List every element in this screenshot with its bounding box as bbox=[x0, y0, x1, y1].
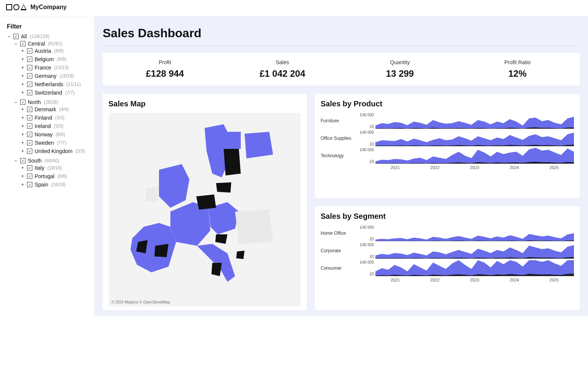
kpi-value: 13 299 bbox=[341, 68, 459, 79]
xaxis-tick: 2025 bbox=[534, 165, 574, 170]
filter-node-italy[interactable]: +✓Italy(18/18) bbox=[21, 165, 89, 171]
filter-count: (6/6) bbox=[54, 48, 64, 54]
collapse-icon[interactable]: – bbox=[7, 34, 11, 39]
checkbox[interactable]: ✓ bbox=[27, 123, 32, 129]
filter-node-north[interactable]: –✓North(26/26) bbox=[14, 99, 89, 105]
page-title: Sales Dashboard bbox=[103, 26, 580, 40]
xaxis-tick: 2021 bbox=[375, 165, 415, 170]
filter-node-portugal[interactable]: +✓Portugal(6/6) bbox=[21, 173, 89, 179]
kpi-quantity: Quantity13 299 bbox=[341, 59, 459, 79]
expand-icon[interactable]: + bbox=[21, 174, 25, 179]
checkbox[interactable]: ✓ bbox=[20, 100, 25, 105]
sales-map-card: Sales Map bbox=[102, 93, 307, 311]
ytick-top: £40 000 bbox=[356, 130, 374, 134]
expand-icon[interactable]: + bbox=[21, 182, 25, 187]
checkbox[interactable]: ✓ bbox=[27, 132, 32, 137]
expand-icon[interactable]: + bbox=[21, 82, 25, 87]
filter-node-germany[interactable]: +✓Germany(16/16) bbox=[21, 73, 89, 79]
filter-node-spain[interactable]: +✓Spain(16/16) bbox=[21, 182, 89, 188]
filter-node-austria[interactable]: +✓Austria(6/6) bbox=[21, 48, 89, 54]
checkbox[interactable]: ✓ bbox=[27, 107, 32, 112]
ytick-top: £40 000 bbox=[356, 148, 374, 152]
checkbox[interactable]: ✓ bbox=[27, 174, 32, 179]
collapse-icon[interactable]: – bbox=[14, 100, 18, 105]
expand-icon[interactable]: + bbox=[21, 65, 25, 70]
chart-row-home-office: Home Office£40 000£0 bbox=[321, 225, 574, 241]
checkbox[interactable]: ✓ bbox=[27, 140, 32, 145]
europe-map[interactable]: © 2024 Mapbox © OpenStreetMap bbox=[108, 113, 301, 307]
filter-count: (62/62) bbox=[48, 41, 62, 46]
filter-node-france[interactable]: +✓France(13/13) bbox=[21, 65, 89, 71]
filter-count: (9/9) bbox=[57, 57, 67, 62]
ytick-bot: £0 bbox=[356, 272, 374, 276]
sparkline[interactable] bbox=[375, 113, 574, 129]
expand-icon[interactable]: + bbox=[21, 149, 25, 154]
kpi-value: £128 944 bbox=[106, 68, 224, 79]
checkbox[interactable]: ✓ bbox=[27, 65, 32, 70]
filter-tree[interactable]: –✓All(128/128)–✓Central(62/62)+✓Austria(… bbox=[7, 32, 89, 191]
xaxis-tick: 2022 bbox=[415, 165, 455, 170]
filter-label: Netherlands bbox=[35, 81, 64, 87]
checkbox[interactable]: ✓ bbox=[27, 57, 32, 62]
sparkline[interactable] bbox=[375, 225, 574, 241]
sparkline[interactable] bbox=[375, 260, 574, 276]
checkbox[interactable]: ✓ bbox=[27, 149, 32, 154]
filter-node-denmark[interactable]: +✓Denmark(4/4) bbox=[21, 106, 89, 112]
filter-node-belgium[interactable]: +✓Belgium(9/9) bbox=[21, 56, 89, 62]
checkbox[interactable]: ✓ bbox=[27, 182, 32, 187]
filter-count: (13/13) bbox=[54, 65, 69, 70]
expand-icon[interactable]: + bbox=[21, 107, 25, 112]
expand-icon[interactable]: + bbox=[21, 140, 25, 145]
sparkline[interactable] bbox=[375, 243, 574, 259]
sparkline[interactable] bbox=[375, 148, 574, 164]
kpi-value: £1 042 204 bbox=[224, 68, 341, 79]
expand-icon[interactable]: + bbox=[21, 73, 25, 79]
checkbox[interactable]: ✓ bbox=[27, 115, 32, 120]
kpi-row: Profit£128 944Sales£1 042 204Quantity13 … bbox=[102, 52, 580, 86]
expand-icon[interactable]: + bbox=[21, 90, 25, 95]
checkbox[interactable]: ✓ bbox=[13, 34, 19, 39]
checkbox[interactable]: ✓ bbox=[27, 90, 32, 95]
filter-node-united-kingdom[interactable]: +✓United Kingdom(3/3) bbox=[21, 148, 89, 154]
filter-count: (11/11) bbox=[67, 82, 81, 87]
map-attribution: © 2024 Mapbox © OpenStreetMap bbox=[111, 300, 170, 304]
filter-count: (128/128) bbox=[30, 34, 49, 39]
checkbox[interactable]: ✓ bbox=[27, 73, 32, 79]
filter-count: (18/18) bbox=[48, 165, 62, 171]
checkbox[interactable]: ✓ bbox=[27, 82, 32, 87]
expand-icon[interactable]: + bbox=[21, 165, 25, 171]
row-label: Corporate bbox=[321, 248, 356, 253]
filter-label: Denmark bbox=[35, 106, 56, 112]
collapse-icon[interactable]: – bbox=[14, 158, 18, 163]
filter-node-switzerland[interactable]: +✓Switzerland(7/7) bbox=[21, 90, 89, 96]
expand-icon[interactable]: + bbox=[21, 115, 25, 120]
row-label: Office Supplies bbox=[321, 136, 356, 141]
expand-icon[interactable]: + bbox=[21, 48, 25, 54]
filter-node-ireland[interactable]: +✓Ireland(3/3) bbox=[21, 123, 89, 129]
filter-node-finland[interactable]: +✓Finland(3/3) bbox=[21, 115, 89, 121]
chart-row-consumer: Consumer£40 000£0 bbox=[321, 260, 574, 276]
sparkline[interactable] bbox=[375, 130, 574, 146]
kpi-profit: Profit£128 944 bbox=[106, 59, 224, 79]
filter-node-central[interactable]: –✓Central(62/62) bbox=[14, 41, 89, 47]
checkbox[interactable]: ✓ bbox=[27, 165, 32, 171]
expand-icon[interactable]: + bbox=[21, 132, 25, 137]
kpi-label: Sales bbox=[224, 59, 341, 65]
filter-count: (16/16) bbox=[60, 73, 74, 79]
filter-node-netherlands[interactable]: +✓Netherlands(11/11) bbox=[21, 81, 89, 87]
dashboard-main: Sales Dashboard Profit£128 944Sales£1 04… bbox=[94, 16, 588, 316]
ytick-top: £40 000 bbox=[356, 243, 374, 247]
expand-icon[interactable]: + bbox=[21, 123, 25, 129]
filter-node-sweden[interactable]: +✓Sweden(7/7) bbox=[21, 140, 89, 146]
row-label: Home Office bbox=[321, 231, 356, 236]
filter-node-south[interactable]: –✓South(40/40) bbox=[14, 158, 89, 164]
collapse-icon[interactable]: – bbox=[14, 41, 18, 46]
chart-row-furniture: Furniture£40 000£0 bbox=[321, 113, 574, 129]
checkbox[interactable]: ✓ bbox=[20, 158, 25, 163]
expand-icon[interactable]: + bbox=[21, 57, 25, 62]
checkbox[interactable]: ✓ bbox=[27, 48, 32, 54]
checkbox[interactable]: ✓ bbox=[20, 41, 25, 46]
ytick-bot: £0 bbox=[356, 142, 374, 146]
filter-node-norway[interactable]: +✓Norway(6/6) bbox=[21, 131, 89, 138]
filter-node-all[interactable]: –✓All(128/128) bbox=[7, 33, 89, 40]
